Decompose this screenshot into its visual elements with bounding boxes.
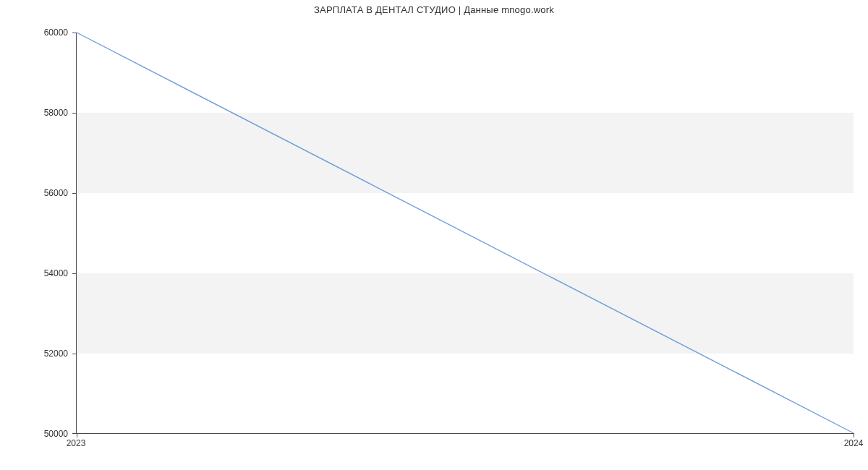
x-tick [854, 433, 854, 437]
svg-line-0 [77, 33, 854, 433]
y-tick-label: 58000 [3, 108, 68, 118]
x-tick-label: 2024 [844, 438, 864, 448]
y-tick-label: 52000 [3, 349, 68, 359]
chart-title: ЗАРПЛАТА В ДЕНТАЛ СТУДИО | Данные mnogo.… [0, 4, 868, 15]
plot-area [76, 33, 854, 434]
y-tick-label: 50000 [3, 429, 68, 439]
y-tick-label: 56000 [3, 188, 68, 198]
chart-container: ЗАРПЛАТА В ДЕНТАЛ СТУДИО | Данные mnogo.… [0, 0, 868, 470]
x-tick [77, 433, 77, 437]
y-tick-label: 60000 [3, 27, 68, 38]
data-line [77, 33, 854, 433]
x-tick-label: 2023 [67, 438, 86, 448]
y-tick-label: 54000 [3, 268, 68, 278]
